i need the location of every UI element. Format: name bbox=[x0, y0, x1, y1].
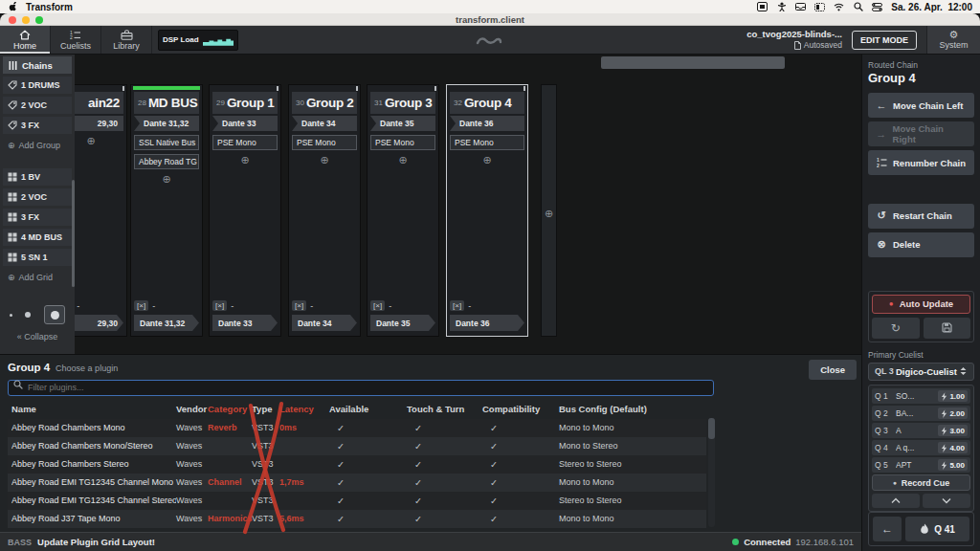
chain-gain-badge[interactable]: [×]- bbox=[370, 300, 435, 311]
chain-column[interactable]: 30Group 2Dante 34PSE Mono⊕[×]-Dante 34 bbox=[288, 84, 361, 337]
chain-output-route[interactable]: Dante 34 bbox=[292, 315, 357, 331]
column-header-bus-config-default-[interactable]: Bus Config (Default) bbox=[559, 404, 706, 414]
add-grid-button[interactable]: ⊕ Add Grid bbox=[3, 269, 72, 286]
cue-row[interactable]: Q 1SO...1.00 bbox=[872, 388, 970, 404]
add-plugin-button[interactable]: ⊕ bbox=[240, 155, 249, 165]
display-icon[interactable] bbox=[814, 2, 825, 11]
input-source-icon[interactable] bbox=[757, 2, 768, 11]
chain-gain-badge[interactable]: [×]- bbox=[134, 300, 199, 311]
size-small-option[interactable] bbox=[10, 314, 12, 317]
inbox-icon[interactable] bbox=[795, 2, 806, 11]
chain-header[interactable]: 32Group 4 bbox=[450, 92, 524, 114]
column-header-latency[interactable]: Latency bbox=[279, 404, 329, 414]
chain-output-route[interactable]: Dante 35 bbox=[370, 315, 435, 331]
chain-column[interactable]: 29Group 1Dante 33PSE Mono⊕[×]-Dante 33 bbox=[209, 84, 281, 337]
plugin-slot[interactable]: PSE Mono bbox=[450, 135, 524, 150]
button-renumber-chain[interactable]: 12Renumber Chain bbox=[868, 150, 974, 175]
chain-input-route[interactable]: Dante 35 bbox=[370, 116, 435, 131]
size-large-option-selected[interactable] bbox=[44, 305, 65, 324]
plugin-row[interactable]: Abbey Road EMI TG12345 Channel MonoWaves… bbox=[8, 474, 706, 492]
plugin-slot[interactable]: SSL Native Bus ... bbox=[134, 135, 199, 150]
button-move-chain-left[interactable]: ←Move Chain Left bbox=[868, 93, 974, 118]
plugin-row[interactable]: Abbey Road Chambers MonoWavesReverbVST30… bbox=[8, 419, 706, 437]
chain-input-route[interactable]: Dante 34 bbox=[292, 116, 357, 131]
cue-previous-button[interactable] bbox=[872, 494, 920, 508]
sidebar-grid-item[interactable]: 3 FX bbox=[3, 209, 72, 226]
chain-output-route[interactable]: Dante 33 bbox=[212, 315, 278, 331]
chain-header[interactable]: 28MD BUS bbox=[134, 92, 199, 114]
add-plugin-button[interactable]: ⊕ bbox=[320, 155, 328, 165]
column-header-available[interactable]: Available bbox=[329, 404, 407, 414]
sidebar-scrollbar[interactable] bbox=[72, 180, 75, 287]
cue-row[interactable]: Q 4A q...4.00 bbox=[872, 440, 970, 455]
minimize-window-button[interactable] bbox=[22, 16, 30, 24]
plugin-row[interactable]: Abbey Road Chambers StereoWavesVST3✓✓✓St… bbox=[8, 455, 706, 474]
chain-gain-badge[interactable]: [×]- bbox=[212, 300, 278, 311]
apple-menu-icon[interactable] bbox=[8, 2, 18, 11]
accessibility-icon[interactable] bbox=[776, 2, 787, 11]
search-icon[interactable] bbox=[853, 2, 863, 11]
filter-plugins-input[interactable] bbox=[8, 380, 714, 396]
add-plugin-button[interactable]: ⊕ bbox=[482, 155, 491, 165]
sidebar-group-item[interactable]: 3 FX bbox=[3, 117, 72, 134]
plugin-slot[interactable]: PSE Mono bbox=[370, 135, 435, 150]
refresh-button[interactable]: ↻ bbox=[872, 318, 920, 339]
plugin-slot[interactable]: PSE Mono bbox=[292, 135, 357, 150]
chain-gain-badge[interactable]: [×]- bbox=[292, 300, 357, 311]
cue-back-button[interactable]: ← bbox=[873, 517, 902, 541]
add-plugin-button[interactable]: ⊕ bbox=[398, 155, 407, 165]
cuelist-selector[interactable]: QL 3 Digico-Cuelist bbox=[868, 363, 974, 381]
add-chain-strip[interactable]: ⊕ bbox=[541, 84, 557, 337]
chain-header[interactable]: 30Group 2 bbox=[292, 92, 357, 114]
record-cue-button[interactable]: ● Record Cue bbox=[872, 474, 970, 491]
add-plugin-button[interactable]: ⊕ bbox=[86, 136, 95, 146]
column-header-type[interactable]: Type bbox=[252, 404, 279, 414]
save-button[interactable] bbox=[924, 318, 971, 339]
close-window-button[interactable] bbox=[9, 16, 16, 24]
chain-input-route[interactable]: Dante 36 bbox=[450, 116, 524, 131]
tab-library[interactable]: Library bbox=[101, 26, 152, 54]
sidebar-chains-header[interactable]: Chains bbox=[3, 56, 72, 74]
collapse-sidebar-button[interactable]: « Collapse bbox=[3, 332, 72, 342]
chain-gain-badge[interactable]: [×]- bbox=[450, 300, 524, 311]
plugin-row[interactable]: Abbey Road J37 Tape MonoWavesHarmonicsVS… bbox=[8, 510, 706, 528]
chain-input-route[interactable]: Dante 33 bbox=[212, 116, 278, 131]
add-chain-icon[interactable]: ⊕ bbox=[545, 208, 553, 220]
horizontal-scrollbar[interactable] bbox=[601, 56, 785, 69]
column-header-compatibility[interactable]: Compatibility bbox=[482, 404, 559, 414]
plugin-slot[interactable]: Abbey Road TG ... bbox=[134, 154, 199, 169]
column-header-name[interactable]: Name bbox=[11, 404, 176, 414]
button-restart-chain[interactable]: ↺Restart Chain bbox=[868, 204, 974, 229]
menubar-clock[interactable]: Sa. 26. Apr. 12:00 bbox=[891, 2, 972, 12]
chain-output-route[interactable]: Dante 36 bbox=[450, 315, 524, 331]
active-cue-button[interactable]: Q 41 bbox=[905, 517, 969, 541]
chain-header[interactable]: 29Group 1 bbox=[212, 92, 278, 114]
sidebar-grid-item[interactable]: 4 MD BUS bbox=[3, 229, 72, 246]
column-header-category[interactable]: Category bbox=[208, 404, 252, 414]
add-group-button[interactable]: ⊕ Add Group bbox=[3, 137, 72, 154]
button-delete[interactable]: ⊗Delete bbox=[868, 232, 974, 257]
sidebar-group-item[interactable]: 1 DRUMS bbox=[3, 77, 72, 94]
cue-row[interactable]: Q 3A3.00 bbox=[872, 423, 970, 438]
close-plugin-browser-button[interactable]: Close bbox=[809, 360, 857, 380]
sidebar-grid-item[interactable]: 2 VOC bbox=[3, 188, 72, 206]
cue-row[interactable]: Q 5APT5.00 bbox=[872, 457, 970, 473]
tab-system[interactable]: ⚙ System bbox=[926, 26, 980, 54]
column-header-touch-turn[interactable]: Touch & Turn bbox=[407, 404, 482, 414]
sidebar-grid-item[interactable]: 1 BV bbox=[3, 168, 72, 186]
tab-cuelists[interactable]: 12 Cuelists bbox=[51, 26, 101, 54]
wifi-icon[interactable] bbox=[834, 2, 844, 11]
plugin-slot[interactable]: PSE Mono bbox=[212, 135, 278, 150]
add-plugin-button[interactable]: ⊕ bbox=[162, 174, 170, 185]
sidebar-grid-item[interactable]: 5 SN 1 bbox=[3, 249, 72, 266]
chain-output-route[interactable]: Dante 31,32 bbox=[134, 315, 199, 331]
chain-input-route[interactable]: Dante 31,32 bbox=[134, 116, 199, 131]
plugin-table-scroll-thumb[interactable] bbox=[708, 418, 715, 439]
menubar-app-name[interactable]: Transform bbox=[26, 2, 73, 12]
chain-column[interactable]: 28MD BUSDante 31,32SSL Native Bus ...Abb… bbox=[130, 84, 203, 337]
control-center-icon[interactable] bbox=[872, 2, 882, 11]
button-move-chain-right[interactable]: →Move Chain Right bbox=[868, 121, 974, 146]
chain-header[interactable]: 31Group 3 bbox=[370, 92, 435, 114]
tab-home[interactable]: Home bbox=[0, 26, 51, 54]
auto-update-button[interactable]: ● Auto Update bbox=[872, 295, 970, 314]
